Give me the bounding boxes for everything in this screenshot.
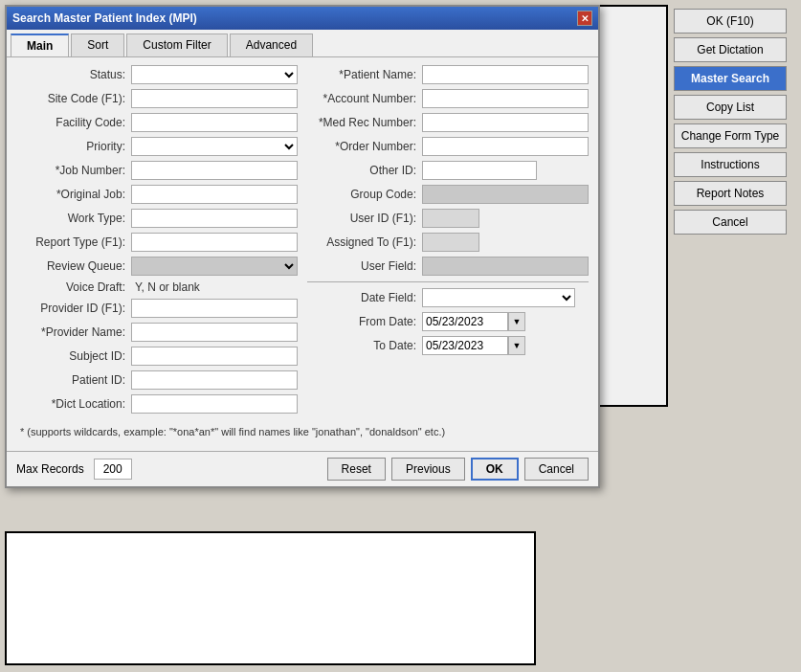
tab-custom-filter[interactable]: Custom Filter (126, 34, 227, 56)
report-type-label: Report Type (F1): (16, 235, 131, 249)
status-select[interactable] (131, 65, 298, 84)
report-type-row: Report Type (F1): (16, 233, 298, 252)
copy-list-button[interactable]: Copy List (674, 95, 787, 120)
date-field-select[interactable] (422, 288, 575, 307)
from-date-calendar-btn[interactable]: ▼ (508, 312, 525, 331)
voice-draft-row: Voice Draft: Y, N or blank (16, 280, 298, 294)
patient-name-row: *Patient Name: (307, 65, 589, 84)
provider-id-input[interactable] (131, 299, 298, 318)
user-field-row: User Field: (307, 257, 589, 276)
work-type-input[interactable] (131, 209, 298, 228)
search-dialog: Search Master Patient Index (MPI) ✕ Main… (5, 5, 600, 488)
review-queue-label: Review Queue: (16, 259, 131, 273)
original-job-input[interactable] (131, 185, 298, 204)
to-date-label: To Date: (307, 339, 422, 352)
change-form-type-button[interactable]: Change Form Type (674, 123, 787, 148)
to-date-row: To Date: 05/23/2023 ▼ (307, 336, 589, 355)
med-rec-number-label: *Med Rec Number: (307, 116, 422, 129)
to-date-calendar-btn[interactable]: ▼ (508, 336, 525, 355)
account-number-row: *Account Number: (307, 89, 589, 108)
tab-sort[interactable]: Sort (71, 34, 124, 56)
previous-button[interactable]: Previous (391, 458, 465, 481)
user-id-row: User ID (F1): (307, 209, 589, 228)
user-id-label: User ID (F1): (307, 212, 422, 225)
ok-f10-button[interactable]: OK (F10) (674, 9, 787, 34)
reset-button[interactable]: Reset (327, 458, 386, 481)
subject-id-input[interactable] (131, 347, 298, 366)
voice-draft-label: Voice Draft: (16, 280, 131, 294)
work-type-label: Work Type: (16, 212, 131, 225)
tab-advanced[interactable]: Advanced (230, 34, 313, 56)
other-id-input[interactable] (422, 161, 537, 180)
med-rec-number-input[interactable] (422, 113, 589, 132)
group-code-input[interactable] (422, 185, 589, 204)
group-code-label: Group Code: (307, 188, 422, 201)
tab-main[interactable]: Main (11, 34, 69, 56)
site-code-row: Site Code (F1): (16, 89, 298, 108)
bottom-bar: Max Records 200 Reset Previous OK Cancel (7, 451, 598, 486)
patient-name-input[interactable] (422, 65, 589, 84)
user-field-input[interactable] (422, 257, 589, 276)
account-number-input[interactable] (422, 89, 589, 108)
right-cancel-button[interactable]: Cancel (674, 210, 787, 235)
provider-name-label: *Provider Name: (16, 325, 131, 339)
dialog-title: Search Master Patient Index (MPI) (12, 11, 197, 25)
order-number-input[interactable] (422, 137, 589, 156)
report-notes-button[interactable]: Report Notes (674, 181, 787, 206)
right-column: *Patient Name: *Account Number: *Med Rec… (307, 65, 589, 418)
account-number-label: *Account Number: (307, 92, 422, 105)
patient-id-row: Patient ID: (16, 370, 298, 390)
report-type-input[interactable] (131, 233, 298, 252)
from-date-input[interactable]: 05/23/2023 (422, 312, 508, 331)
instructions-button[interactable]: Instructions (674, 152, 787, 177)
other-id-label: Other ID: (307, 164, 422, 177)
assigned-to-input[interactable] (422, 233, 479, 252)
get-dictation-button[interactable]: Get Dictation (674, 37, 787, 62)
master-search-button[interactable]: Master Search (674, 66, 787, 91)
provider-name-input[interactable] (131, 323, 298, 342)
order-number-label: *Order Number: (307, 140, 422, 153)
assigned-to-row: Assigned To (F1): (307, 233, 589, 252)
order-number-row: *Order Number: (307, 137, 589, 156)
provider-id-label: Provider ID (F1): (16, 302, 131, 315)
work-type-row: Work Type: (16, 209, 298, 228)
assigned-to-label: Assigned To (F1): (307, 235, 422, 249)
patient-name-label: *Patient Name: (307, 68, 422, 81)
facility-code-row: Facility Code: (16, 113, 298, 132)
black-bordered-box (597, 5, 668, 407)
provider-name-row: *Provider Name: (16, 323, 298, 342)
max-records-input[interactable]: 200 (94, 459, 132, 480)
from-date-row: From Date: 05/23/2023 ▼ (307, 312, 589, 331)
ok-button[interactable]: OK (471, 458, 519, 481)
original-job-label: *Original Job: (16, 188, 131, 201)
med-rec-number-row: *Med Rec Number: (307, 113, 589, 132)
user-id-input[interactable] (422, 209, 479, 228)
priority-row: Priority: (16, 137, 298, 156)
right-panel: OK (F10) Get Dictation Master Search Cop… (670, 5, 794, 238)
site-code-input[interactable] (131, 89, 298, 108)
form-grid: Status: Site Code (F1): Facility Code: P… (16, 65, 589, 418)
dict-location-row: *Dict Location: (16, 394, 298, 414)
job-number-row: *Job Number: (16, 161, 298, 180)
status-row: Status: (16, 65, 298, 84)
close-button[interactable]: ✕ (577, 11, 592, 26)
dict-location-label: *Dict Location: (16, 397, 131, 411)
patient-id-label: Patient ID: (16, 373, 131, 387)
priority-select[interactable] (131, 137, 298, 156)
facility-code-label: Facility Code: (16, 116, 131, 129)
dict-location-input[interactable] (131, 394, 298, 414)
facility-code-input[interactable] (131, 113, 298, 132)
review-queue-select[interactable] (131, 257, 298, 276)
status-label: Status: (16, 68, 131, 81)
patient-id-input[interactable] (131, 370, 298, 390)
job-number-input[interactable] (131, 161, 298, 180)
subject-id-label: Subject ID: (16, 349, 131, 363)
voice-draft-value: Y, N or blank (131, 280, 200, 294)
from-date-label: From Date: (307, 315, 422, 328)
dialog-body: Status: Site Code (F1): Facility Code: P… (7, 57, 598, 451)
to-date-input[interactable]: 05/23/2023 (422, 336, 508, 355)
group-code-row: Group Code: (307, 185, 589, 204)
to-date-wrap: 05/23/2023 ▼ (422, 336, 525, 355)
priority-label: Priority: (16, 140, 131, 153)
cancel-button[interactable]: Cancel (524, 458, 589, 481)
